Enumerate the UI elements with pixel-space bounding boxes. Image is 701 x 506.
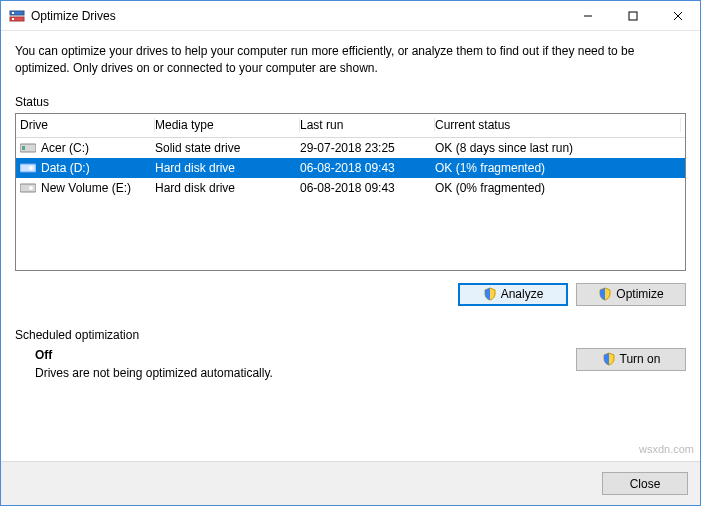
hdd-drive-icon (20, 162, 36, 174)
column-header-status[interactable]: Current status (435, 118, 681, 132)
drive-status: OK (8 days since last run) (435, 141, 681, 155)
svg-rect-12 (20, 184, 36, 192)
scheduled-optimization-section: Scheduled optimization Off Drives are no… (15, 328, 686, 380)
column-header-drive[interactable]: Drive (20, 118, 155, 132)
shield-icon (602, 352, 616, 366)
intro-text: You can optimize your drives to help you… (15, 43, 686, 77)
column-header-media[interactable]: Media type (155, 118, 300, 132)
drive-media: Solid state drive (155, 141, 300, 155)
svg-rect-2 (12, 12, 14, 14)
hdd-drive-icon (20, 182, 36, 194)
shield-icon (598, 287, 612, 301)
analyze-button-label: Analyze (501, 287, 544, 301)
svg-rect-9 (22, 146, 25, 150)
turn-on-button-label: Turn on (620, 352, 661, 366)
scheduled-description: Drives are not being optimized automatic… (35, 366, 576, 380)
drive-status: OK (1% fragmented) (435, 161, 681, 175)
close-button-label: Close (630, 477, 661, 491)
drive-media: Hard disk drive (155, 161, 300, 175)
drives-list-header: Drive Media type Last run Current status (16, 114, 685, 138)
dialog-footer: Close (1, 461, 700, 505)
scheduled-optimization-label: Scheduled optimization (15, 328, 686, 342)
minimize-button[interactable] (565, 1, 610, 30)
window-controls (565, 1, 700, 30)
shield-icon (483, 287, 497, 301)
optimize-button-label: Optimize (616, 287, 663, 301)
drive-name: New Volume (E:) (41, 181, 131, 195)
close-button[interactable]: Close (602, 472, 688, 495)
scheduled-state: Off (35, 348, 576, 362)
svg-rect-3 (12, 18, 14, 20)
drive-status: OK (0% fragmented) (435, 181, 681, 195)
drive-last: 29-07-2018 23:25 (300, 141, 435, 155)
drive-last: 06-08-2018 09:43 (300, 181, 435, 195)
drive-row[interactable]: New Volume (E:) Hard disk drive 06-08-20… (16, 178, 685, 198)
optimize-button[interactable]: Optimize (576, 283, 686, 306)
window-title: Optimize Drives (31, 9, 565, 23)
ssd-drive-icon (20, 142, 36, 154)
svg-rect-5 (629, 12, 637, 20)
drive-row[interactable]: Data (D:) Hard disk drive 06-08-2018 09:… (16, 158, 685, 178)
watermark: wsxdn.com (639, 443, 694, 455)
turn-on-button[interactable]: Turn on (576, 348, 686, 371)
svg-point-13 (29, 186, 33, 190)
analyze-button[interactable]: Analyze (458, 283, 568, 306)
drive-last: 06-08-2018 09:43 (300, 161, 435, 175)
titlebar: Optimize Drives (1, 1, 700, 31)
status-label: Status (15, 95, 686, 109)
maximize-button[interactable] (610, 1, 655, 30)
content-area: You can optimize your drives to help you… (1, 31, 700, 461)
svg-point-11 (29, 166, 33, 170)
column-header-last[interactable]: Last run (300, 118, 435, 132)
drive-action-buttons: Analyze Optimize (15, 283, 686, 306)
close-window-button[interactable] (655, 1, 700, 30)
drive-name: Data (D:) (41, 161, 90, 175)
drive-row[interactable]: Acer (C:) Solid state drive 29-07-2018 2… (16, 138, 685, 158)
drives-list[interactable]: Drive Media type Last run Current status… (15, 113, 686, 271)
drive-name: Acer (C:) (41, 141, 89, 155)
optimize-drives-app-icon (9, 8, 25, 24)
svg-rect-10 (20, 164, 36, 172)
drive-media: Hard disk drive (155, 181, 300, 195)
optimize-drives-window: Optimize Drives You can optimize your dr… (0, 0, 701, 506)
